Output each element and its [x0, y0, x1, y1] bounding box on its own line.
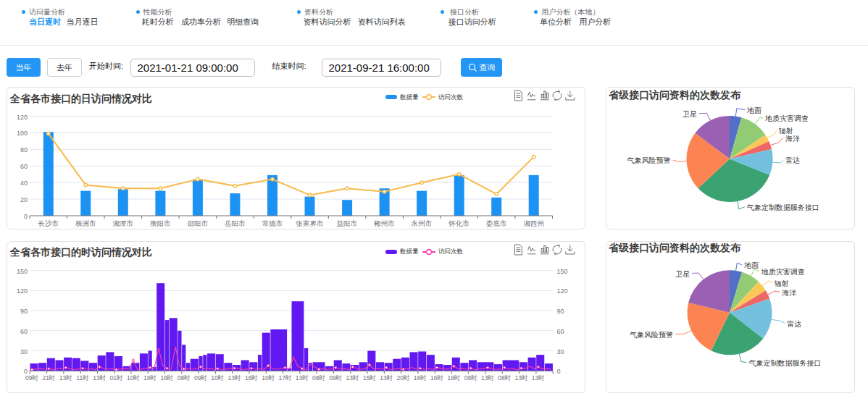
svg-text:0: 0 [557, 368, 561, 375]
svg-text:13时: 13时 [481, 374, 494, 381]
svg-text:0: 0 [24, 213, 28, 220]
svg-text:10时: 10时 [127, 374, 140, 381]
svg-text:100: 100 [17, 130, 28, 137]
svg-text:气象风险预警: 气象风险预警 [627, 156, 670, 164]
svg-text:150: 150 [557, 267, 568, 274]
svg-text:娄底市: 娄底市 [486, 219, 507, 227]
svg-text:60: 60 [20, 163, 28, 170]
svg-text:张家界市: 张家界市 [296, 219, 325, 227]
svg-text:01时: 01时 [110, 374, 123, 381]
svg-text:湘西州: 湘西州 [523, 219, 544, 227]
svg-text:卫星: 卫星 [675, 269, 690, 277]
svg-text:10时: 10时 [262, 374, 275, 381]
svg-text:地面: 地面 [746, 106, 761, 114]
svg-text:90: 90 [557, 308, 564, 315]
svg-text:10时: 10时 [211, 374, 224, 381]
svg-text:09时: 09时 [194, 374, 207, 381]
svg-text:08时: 08时 [498, 374, 511, 381]
svg-text:16时: 16时 [245, 374, 258, 381]
svg-text:邵阳市: 邵阳市 [188, 219, 209, 227]
svg-text:13时: 13时 [346, 374, 359, 381]
svg-text:80: 80 [20, 146, 28, 153]
svg-text:雷达: 雷达 [787, 319, 801, 327]
svg-text:16时: 16时 [414, 374, 427, 381]
svg-text:08时: 08时 [312, 374, 325, 381]
svg-text:120: 120 [17, 287, 28, 295]
svg-text:16时: 16时 [447, 374, 460, 381]
svg-text:150: 150 [17, 267, 28, 274]
svg-text:30: 30 [557, 347, 564, 355]
svg-text:地质灾害调查: 地质灾害调查 [760, 268, 804, 276]
svg-text:40: 40 [20, 180, 28, 187]
svg-text:60: 60 [557, 327, 564, 334]
svg-text:地面: 地面 [743, 261, 759, 269]
svg-text:16时: 16时 [160, 374, 173, 381]
svg-text:19时: 19时 [143, 374, 157, 381]
svg-text:09时: 09时 [25, 374, 38, 381]
svg-text:永州市: 永州市 [411, 219, 433, 227]
svg-text:衡阳市: 衡阳市 [150, 219, 171, 227]
svg-text:21时: 21时 [42, 374, 55, 381]
svg-text:60: 60 [20, 327, 28, 334]
svg-text:17时: 17时 [279, 374, 292, 381]
svg-text:08时: 08时 [464, 374, 477, 381]
svg-text:08时: 08时 [178, 374, 191, 381]
svg-text:郴州市: 郴州市 [373, 219, 395, 227]
svg-text:30: 30 [20, 347, 28, 355]
svg-text:长沙市: 长沙市 [38, 219, 59, 227]
svg-text:20时: 20时 [397, 374, 410, 381]
svg-text:13时: 13时 [93, 374, 106, 381]
svg-text:20: 20 [20, 196, 28, 203]
svg-text:120: 120 [557, 287, 568, 295]
svg-text:120: 120 [17, 114, 28, 121]
svg-text:益阳市: 益阳市 [337, 219, 358, 227]
svg-text:常德市: 常德市 [262, 219, 283, 227]
svg-text:辐射: 辐射 [774, 279, 788, 287]
svg-text:湘潭市: 湘潭市 [113, 219, 134, 227]
svg-text:90: 90 [20, 308, 28, 315]
svg-text:16时: 16时 [430, 374, 443, 381]
svg-text:11时: 11时 [76, 374, 88, 381]
svg-text:卫星: 卫星 [683, 110, 697, 118]
svg-text:气象定制数据服务接口: 气象定制数据服务接口 [746, 203, 819, 211]
svg-text:13时: 13时 [296, 374, 309, 381]
svg-text:辐射: 辐射 [778, 127, 793, 135]
svg-text:13时: 13时 [59, 374, 72, 381]
svg-text:13时: 13时 [380, 374, 393, 381]
svg-text:气象风险预警: 气象风险预警 [630, 330, 673, 338]
svg-text:岳阳市: 岳阳市 [224, 219, 246, 227]
svg-text:地质灾害调查: 地质灾害调查 [764, 114, 808, 122]
svg-text:株洲市: 株洲市 [75, 219, 96, 227]
svg-text:海洋: 海洋 [785, 135, 800, 143]
svg-text:怀化市: 怀化市 [448, 219, 470, 227]
svg-text:雷达: 雷达 [785, 156, 800, 164]
svg-text:13时: 13时 [515, 374, 528, 381]
svg-text:09时: 09时 [329, 374, 342, 381]
svg-text:13时: 13时 [532, 374, 545, 381]
svg-text:15时: 15时 [363, 374, 376, 381]
svg-text:气象定制数据服务接口: 气象定制数据服务接口 [748, 359, 821, 367]
svg-text:海洋: 海洋 [782, 288, 796, 296]
svg-text:13时: 13时 [228, 374, 241, 381]
